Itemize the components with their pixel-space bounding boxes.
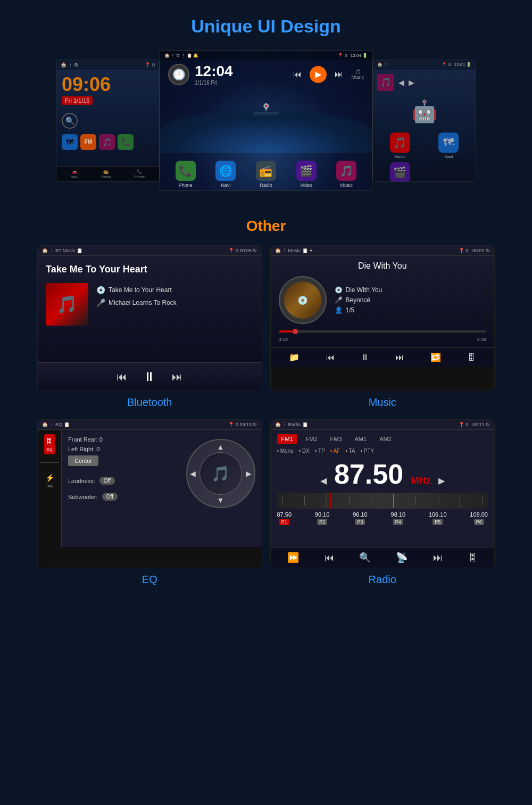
center-play-btn[interactable]: ▶: [310, 66, 327, 83]
bt-song-name: Take Me to Your Heart: [109, 286, 172, 294]
radio-prev-btn[interactable]: ⏮: [325, 552, 334, 563]
center-clock-icon: 🕛: [168, 64, 189, 85]
right-navi-icon: 🗺: [438, 132, 459, 153]
eq-tab-eq[interactable]: 🎛 EQ: [44, 434, 55, 454]
player-labels-row: Bluetooth Music: [37, 396, 495, 409]
presets-row: 87.50 P1 90.10 P2 96.10 P3 98.10 P4 106.…: [277, 511, 488, 525]
preset-freq-5: 106.10: [429, 511, 447, 518]
front-rear-row: Front Rear: 0: [68, 436, 118, 443]
music-prev-btn[interactable]: ⏮: [326, 353, 335, 362]
preset-label-6: P6: [474, 519, 484, 525]
right-android-robot: 🤖: [377, 99, 471, 124]
opt-af: • AF: [330, 448, 340, 454]
preset-p2[interactable]: 90.10 P2: [315, 511, 330, 525]
radio-list-btn[interactable]: ⏩: [287, 552, 299, 563]
radio-next-btn[interactable]: ⏭: [433, 552, 443, 563]
bluetooth-label-container: Bluetooth: [37, 396, 262, 409]
preset-freq-6: 108.00: [470, 511, 488, 518]
preset-p6[interactable]: 108.00 P6: [470, 511, 488, 525]
right-status-right: 📍 0 12:04 🔋: [442, 62, 471, 67]
music-status-left: 🏠 ⋮ Music 📋 ✦: [275, 248, 314, 253]
phone-icon: 📞: [176, 161, 196, 181]
freq-indicator: [330, 493, 331, 509]
eq-arrow-left[interactable]: ◀: [190, 469, 196, 478]
radio-menu-btn[interactable]: 🎛: [468, 552, 477, 563]
bt-status-left: 🏠 ⋮ BT Music 📋: [42, 248, 82, 253]
band-fm2[interactable]: FM2: [302, 434, 322, 444]
opt-pty: • PTY: [361, 448, 375, 454]
radio-controls: ⏩ ⏮ 🔍 📡 ⏭ 🎛: [271, 547, 495, 568]
radio-icon: 📻: [256, 161, 276, 181]
music-song-name: Die With You: [346, 286, 383, 294]
preset-p1[interactable]: 87.50 P1: [277, 511, 292, 525]
music-song-title: Die With You: [279, 261, 487, 271]
subwoofer-toggle[interactable]: Off: [102, 493, 118, 501]
right-app-video: 🎬 Video: [377, 162, 423, 181]
preset-label-2: P2: [317, 519, 327, 525]
preset-p5[interactable]: 106.10 P5: [429, 511, 447, 525]
freq-arrow-right[interactable]: ▶: [438, 476, 445, 486]
music-next-btn[interactable]: ⏭: [395, 353, 404, 362]
preset-p4[interactable]: 98.10 P4: [391, 511, 406, 525]
preset-label-3: P3: [355, 519, 365, 525]
freq-arrow-left[interactable]: ◀: [320, 476, 327, 486]
tick-5: [371, 496, 371, 505]
music-content: 💿 💿 Die With You 🎤 Beyoncé 👤 1/5: [279, 276, 487, 324]
bt-song-name-row: 💿 Take Me to Your Heart: [96, 286, 177, 294]
eq-arrow-up[interactable]: ▲: [217, 443, 225, 451]
video-icon: 🎬: [296, 161, 317, 181]
other-title: Other: [246, 218, 286, 235]
music-status-bar: 🏠 ⋮ Music 📋 ✦ 📍 0 00:02 ↻: [271, 246, 495, 256]
music-folder-icon[interactable]: 📁: [289, 352, 300, 362]
radio-label-container: Radio: [270, 574, 495, 586]
loudness-toggle[interactable]: Off: [99, 477, 115, 485]
preset-freq-2: 90.10: [315, 511, 330, 518]
right-music-app-icon: 🎵: [390, 132, 410, 153]
subwoofer-label: Subwoofer:: [68, 494, 98, 500]
bt-next-btn[interactable]: ⏭: [172, 371, 182, 383]
disc-icon: 💿: [96, 286, 105, 294]
eq-body: 🎛 EQ ⚡ FAB Front Rear: 0: [38, 430, 262, 547]
band-am2[interactable]: AM2: [375, 434, 396, 444]
freq-scale-inner: [277, 493, 488, 509]
eq-wheel: 🎵 ▲ ▼ ◀ ▶: [186, 439, 255, 508]
eq-arrow-right[interactable]: ▶: [246, 469, 252, 478]
tick-3: [327, 494, 327, 508]
music-icon-left: 🎵: [99, 134, 115, 150]
bt-play-btn[interactable]: ⏸: [143, 369, 156, 384]
band-fm3[interactable]: FM3: [326, 434, 346, 444]
music-eq-btn[interactable]: 🎛: [467, 353, 476, 362]
left-status-right: 📍 0: [145, 62, 155, 68]
loudness-label: Loudness:: [68, 478, 95, 484]
music-repeat-btn[interactable]: 🔁: [430, 352, 441, 362]
bt-status-bar: 🏠 ⋮ BT Music 📋 📍 0 00:05 ↻: [38, 246, 262, 256]
band-am1[interactable]: AM1: [351, 434, 371, 444]
preset-freq-4: 98.10: [391, 511, 406, 518]
left-date-display: Fri 1/1/16: [62, 96, 93, 105]
eq-tab-fab[interactable]: ⚡ FAB: [44, 471, 56, 491]
center-button[interactable]: Center: [68, 455, 98, 466]
preset-p3[interactable]: 96.10 P3: [353, 511, 368, 525]
right-apps-grid: 🎵 Music 🗺 Navi 🎬 Video: [373, 128, 476, 181]
freq-display: ◀ 87.50 MHz ▶: [277, 458, 488, 490]
subwoofer-row: Subwoofer: Off: [68, 493, 118, 501]
band-selector: FM1 FM2 FM3 AM1 AM2: [277, 434, 488, 444]
music-artist-row: 🎤 Beyoncé: [335, 296, 487, 304]
radio-antenna-btn[interactable]: 📡: [396, 552, 408, 563]
eq-label: EQ: [142, 574, 157, 585]
search-icon: 🔍: [62, 113, 78, 129]
radio-search-btn[interactable]: 🔍: [359, 552, 371, 563]
radio-screen: 🏠 ⋮ Radio 📋 📍 0 09:11 ↻ FM1 FM2 FM3 AM1 …: [270, 419, 495, 568]
loudness-row: Loudness: Off: [68, 477, 118, 485]
eq-wheel-inner: 🎵: [200, 452, 242, 495]
band-fm1[interactable]: FM1: [277, 434, 297, 444]
progress-bar: [279, 330, 487, 333]
music-play-btn[interactable]: ⏸: [361, 353, 369, 362]
bluetooth-label: Bluetooth: [127, 396, 172, 408]
radio-body: FM1 FM2 FM3 AM1 AM2 • Mono • DX • TP • A…: [271, 430, 495, 547]
bt-prev-btn[interactable]: ⏮: [117, 371, 127, 383]
eq-arrow-down[interactable]: ▼: [217, 496, 225, 504]
app-music: 🎵 Music: [336, 161, 356, 188]
right-app-music: 🎵 Music: [377, 132, 423, 159]
freq-number: 87.50: [334, 459, 403, 489]
